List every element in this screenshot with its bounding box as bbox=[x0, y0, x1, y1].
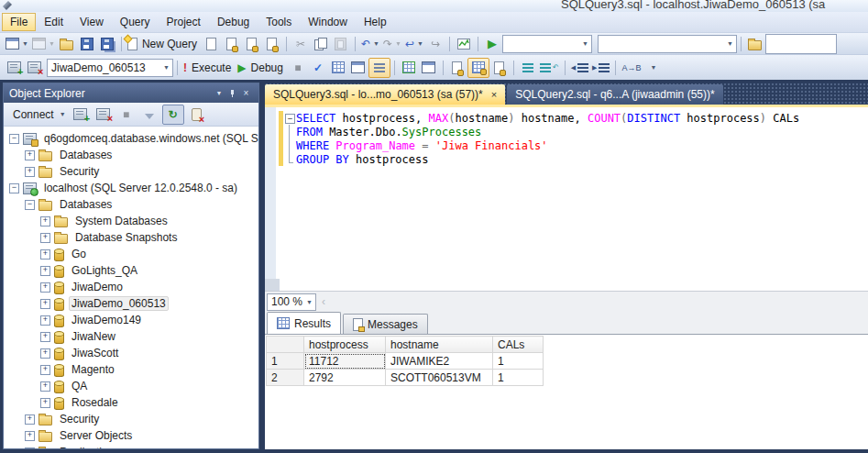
menu-view[interactable]: View bbox=[71, 13, 112, 31]
redo-button[interactable]: ↷▼ bbox=[381, 35, 403, 53]
toolbar-combo-1[interactable]: ▼ bbox=[502, 35, 592, 53]
menu-tools[interactable]: Tools bbox=[258, 13, 300, 31]
database-engine-query-button[interactable] bbox=[202, 35, 222, 53]
debug-button[interactable]: ▶Debug bbox=[236, 59, 288, 77]
execute-button[interactable]: !Execute bbox=[181, 59, 236, 77]
expand-icon[interactable]: + bbox=[40, 365, 50, 375]
tree-item[interactable]: +Security bbox=[4, 411, 258, 427]
grid-row-header[interactable]: 1 bbox=[267, 353, 304, 370]
expand-icon[interactable]: + bbox=[40, 315, 50, 326]
tree-item[interactable]: +Server Objects bbox=[4, 427, 258, 444]
increase-indent-button[interactable]: ▶ bbox=[590, 59, 611, 77]
grid-cell[interactable]: 2792 bbox=[304, 370, 386, 386]
tree-item[interactable]: −Databases bbox=[4, 196, 258, 213]
zoom-level-combo[interactable]: 100 %▼ bbox=[267, 293, 316, 311]
tree-item[interactable]: +Magento bbox=[4, 361, 258, 378]
auto-hide-pin-button[interactable] bbox=[225, 86, 239, 100]
tree-item[interactable]: +JiwaDemo149 bbox=[4, 312, 258, 328]
results-to-text-button[interactable] bbox=[447, 59, 467, 77]
tree-item[interactable]: −q6ogdomceq.database.windows.net (SQL S bbox=[4, 130, 258, 147]
search-input[interactable] bbox=[765, 34, 837, 54]
tree-item[interactable]: +JiwaDemo bbox=[4, 279, 258, 295]
menu-window[interactable]: Window bbox=[300, 13, 356, 31]
undo-button[interactable]: ↶▼ bbox=[359, 35, 381, 53]
grid-cell[interactable]: 1 bbox=[493, 370, 544, 386]
tree-item[interactable]: +JiwaNew bbox=[4, 328, 258, 345]
expand-icon[interactable]: + bbox=[25, 414, 35, 425]
window-position-button[interactable]: ▼ bbox=[212, 86, 225, 100]
estimated-plan-button[interactable] bbox=[399, 59, 419, 77]
menu-edit[interactable]: Edit bbox=[36, 13, 71, 31]
tree-item[interactable]: +Database Snapshots bbox=[4, 229, 258, 246]
menu-debug[interactable]: Debug bbox=[209, 13, 258, 31]
new-query-button[interactable]: New Query bbox=[126, 35, 202, 53]
comment-selection-button[interactable] bbox=[518, 59, 538, 77]
stop-button[interactable]: ■ bbox=[288, 59, 308, 77]
save-all-button[interactable] bbox=[97, 35, 117, 53]
toolbar-combo-2[interactable]: ▼ bbox=[598, 35, 737, 53]
grid-column-header[interactable]: CALs bbox=[493, 337, 544, 353]
tree-item[interactable]: +Rosedale bbox=[4, 394, 258, 411]
menu-project[interactable]: Project bbox=[159, 13, 209, 31]
query-editor[interactable]: SELECT hostprocess, MAX(hostname) hostna… bbox=[265, 107, 868, 291]
editor-scroll-corner[interactable] bbox=[265, 279, 280, 291]
expand-icon[interactable]: + bbox=[40, 266, 50, 276]
xmla-query-button[interactable] bbox=[262, 35, 282, 53]
expand-icon[interactable]: + bbox=[40, 299, 50, 309]
activity-monitor-button[interactable] bbox=[454, 35, 474, 53]
expand-icon[interactable]: + bbox=[40, 381, 50, 392]
expand-icon[interactable]: + bbox=[25, 150, 35, 160]
menu-file[interactable]: File bbox=[2, 13, 36, 31]
tab-results[interactable]: Results bbox=[267, 312, 341, 334]
paste-button[interactable] bbox=[331, 35, 351, 53]
grid-column-header[interactable]: hostprocess bbox=[304, 337, 386, 353]
object-explorer-caption[interactable]: Object Explorer ▼ × bbox=[4, 83, 258, 103]
grid-cell[interactable]: 1 bbox=[493, 353, 544, 370]
grid-column-header[interactable]: hostname bbox=[386, 337, 493, 353]
tree-item[interactable]: +JiwaScott bbox=[4, 345, 258, 361]
show-results-pane-button[interactable] bbox=[368, 58, 390, 78]
available-databases-combo[interactable]: JiwaDemo_060513▼ bbox=[47, 59, 173, 77]
sqlcmd-mode-button[interactable] bbox=[328, 59, 348, 77]
new-query-connection-button[interactable]: ▼ bbox=[4, 35, 30, 53]
oe-connect-button[interactable] bbox=[71, 105, 91, 124]
expand-icon[interactable]: + bbox=[40, 332, 50, 342]
close-panel-button[interactable]: × bbox=[239, 86, 253, 100]
expand-icon[interactable]: + bbox=[25, 431, 35, 441]
results-to-grid-button[interactable] bbox=[467, 58, 489, 78]
title-bar[interactable]: SQLQuery3.sql - localhost.JiwaDemo_06051… bbox=[0, 0, 868, 12]
expand-icon[interactable]: + bbox=[40, 233, 50, 243]
grid-cell[interactable]: 11712 bbox=[304, 353, 386, 370]
tree-item[interactable]: +Databases bbox=[4, 147, 258, 163]
oe-stop-button[interactable]: ■ bbox=[116, 105, 137, 124]
document-tab[interactable]: SQLQuery2.sql - q6...A (jiwaadmin (55))* bbox=[507, 84, 722, 105]
hscroll-left-arrow[interactable]: ‹ bbox=[322, 295, 325, 308]
expand-icon[interactable]: + bbox=[25, 447, 35, 449]
expand-icon[interactable]: + bbox=[40, 282, 50, 293]
tree-item[interactable]: +System Databases bbox=[4, 213, 258, 229]
collapse-icon[interactable]: − bbox=[25, 200, 35, 210]
collapse-icon[interactable]: − bbox=[9, 134, 19, 144]
menu-query[interactable]: Query bbox=[112, 13, 159, 31]
specify-template-parameters-button[interactable]: A→B bbox=[620, 59, 643, 77]
copy-button[interactable] bbox=[311, 35, 331, 53]
oe-filter-button[interactable] bbox=[139, 105, 159, 124]
tree-item[interactable]: +JiwaDemo_060513 bbox=[4, 295, 258, 312]
start-button[interactable]: ▶ bbox=[482, 35, 502, 53]
expand-icon[interactable]: + bbox=[40, 398, 50, 408]
query-window-button[interactable] bbox=[348, 59, 368, 77]
open-file-button[interactable] bbox=[57, 35, 77, 53]
document-tab[interactable]: SQLQuery3.sql - lo...mo_060513 (sa (57))… bbox=[265, 84, 505, 105]
grid-row-header[interactable]: 2 bbox=[267, 370, 304, 386]
expand-icon[interactable]: + bbox=[40, 216, 50, 226]
collapse-icon[interactable]: − bbox=[9, 183, 19, 193]
parse-button[interactable]: ✓ bbox=[308, 59, 328, 77]
grid-corner-cell[interactable] bbox=[267, 337, 304, 353]
uncomment-selection-button[interactable]: ↶ bbox=[538, 59, 561, 77]
tree-item[interactable]: +GoLights_QA bbox=[4, 262, 258, 279]
grid-cell[interactable]: SCOTT060513VM bbox=[386, 370, 493, 386]
tree-item[interactable]: +Go bbox=[4, 246, 258, 262]
dmx-query-button[interactable] bbox=[242, 35, 262, 53]
tab-messages[interactable]: Messages bbox=[343, 314, 428, 334]
oe-refresh-button[interactable]: ↻ bbox=[162, 105, 184, 125]
